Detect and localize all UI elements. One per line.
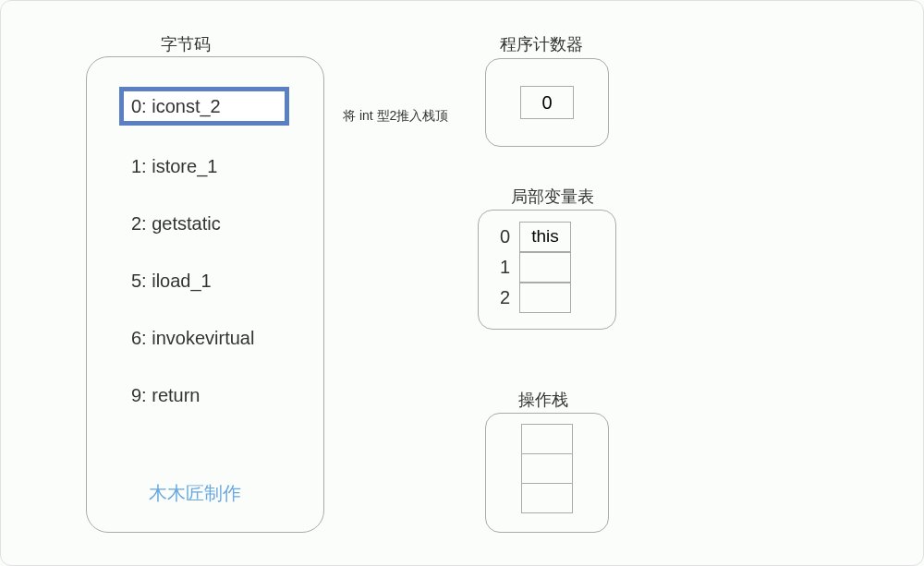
instruction-row: 1: istore_1 [131,156,217,177]
program-counter-panel: 0 [485,58,609,147]
instruction-row: 2: getstatic [131,213,221,235]
local-vars-row: 0 this [479,222,615,252]
instruction-row: 5: iload_1 [131,271,212,292]
local-vars-row: 2 [479,283,615,313]
local-vars-panel: 0 this 1 2 [478,210,616,330]
local-vars-index: 0 [479,226,519,247]
instruction-row: 9: return [131,385,200,406]
operand-stack-cell [521,483,573,513]
operand-stack-cell [521,453,573,484]
bytecode-panel [86,56,324,533]
local-vars-index: 1 [479,257,519,278]
operand-stack-panel [485,413,609,533]
program-counter-value: 0 [520,86,574,119]
local-vars-row: 1 [479,252,615,283]
instruction-annotation: 将 int 型2推入栈顶 [343,108,448,125]
local-vars-index: 2 [479,287,519,308]
local-vars-cell [519,283,571,313]
operand-stack-cell [521,424,573,454]
operand-stack-title: 操作栈 [518,389,568,411]
instruction-highlighted: 0: iconst_2 [119,87,289,126]
bytecode-title: 字节码 [161,33,211,55]
instruction-row: 6: invokevirtual [131,328,254,349]
local-vars-cell [519,252,571,283]
program-counter-title: 程序计数器 [500,33,583,55]
local-vars-title: 局部变量表 [511,186,594,208]
watermark-text: 木木匠制作 [149,481,241,506]
local-vars-cell: this [519,222,571,252]
